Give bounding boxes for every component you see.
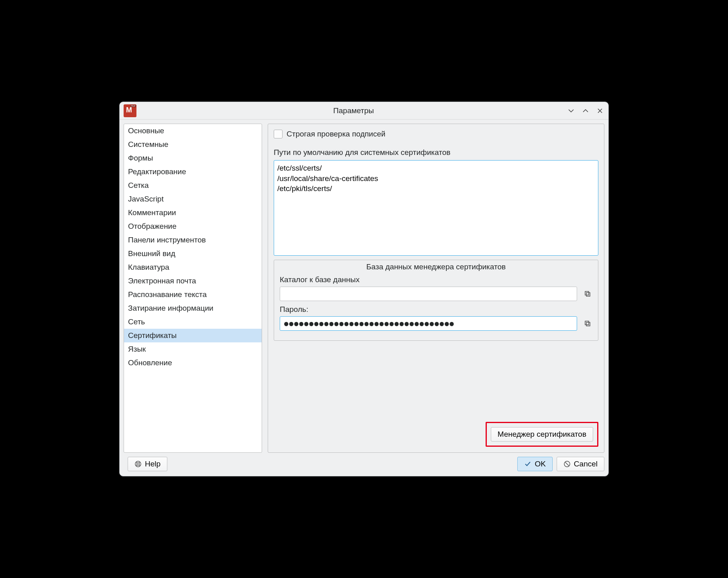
window-title: Параметры	[140, 106, 567, 115]
sidebar-item[interactable]: Редактирование	[124, 165, 262, 179]
svg-rect-2	[585, 321, 589, 325]
maximize-button[interactable]	[581, 106, 590, 115]
help-icon	[134, 460, 142, 468]
cert-paths-input[interactable]	[274, 160, 598, 256]
chevron-up-icon	[582, 108, 589, 114]
db-dir-copy-button[interactable]	[583, 289, 592, 299]
cancel-button[interactable]: Cancel	[557, 457, 604, 471]
dialog-footer: Help OK Cancel	[120, 457, 608, 476]
sidebar-item[interactable]: Электронная почта	[124, 274, 262, 288]
check-icon	[524, 460, 531, 468]
strict-check-row: Строгая проверка подписей	[274, 130, 598, 138]
cert-paths-label: Пути по умолчанию для системных сертифик…	[274, 148, 598, 157]
cert-db-group-title: База данных менеджера сертификатов	[280, 263, 592, 271]
cert-manager-highlight: Менеджер сертификатов	[486, 422, 598, 447]
help-button[interactable]: Help	[128, 457, 167, 471]
app-icon	[124, 104, 136, 117]
sidebar-item[interactable]: Сертификаты	[124, 329, 262, 342]
sidebar-item[interactable]: Панели инструментов	[124, 233, 262, 247]
sidebar-item[interactable]: Обновление	[124, 356, 262, 370]
cancel-button-label: Cancel	[574, 460, 598, 468]
password-copy-button[interactable]	[583, 319, 592, 328]
sidebar-item[interactable]: Клавиатура	[124, 261, 262, 274]
cert-manager-button[interactable]: Менеджер сертификатов	[491, 427, 593, 442]
ok-button-label: OK	[535, 460, 545, 468]
svg-point-5	[137, 463, 139, 465]
sidebar-item[interactable]: Внешний вид	[124, 247, 262, 261]
ok-button[interactable]: OK	[517, 457, 552, 471]
sidebar-item[interactable]: Отображение	[124, 220, 262, 233]
close-button[interactable]	[596, 106, 604, 115]
copy-icon	[584, 320, 591, 327]
strict-check-checkbox[interactable]	[274, 130, 283, 138]
svg-rect-3	[586, 322, 590, 326]
sidebar-item[interactable]: Распознавание текста	[124, 288, 262, 301]
svg-rect-0	[585, 291, 589, 295]
db-dir-row	[280, 287, 592, 301]
window-controls	[567, 106, 604, 115]
db-dir-input[interactable]	[280, 287, 577, 301]
help-button-label: Help	[145, 460, 161, 468]
db-dir-label: Каталог к базе данных	[280, 275, 592, 284]
sidebar-item[interactable]: Сетка	[124, 179, 262, 192]
cert-db-group: База данных менеджера сертификатов Катал…	[274, 260, 598, 341]
category-sidebar[interactable]: ОсновныеСистемныеФормыРедактированиеСетк…	[124, 124, 262, 453]
svg-rect-1	[586, 293, 590, 296]
sidebar-item[interactable]: Основные	[124, 124, 262, 138]
sidebar-item[interactable]: JavaScript	[124, 192, 262, 206]
sidebar-item[interactable]: Комментарии	[124, 206, 262, 220]
password-row: ●●●●●●●●●●●●●●●●●●●●●●●●●●●●●●●●●●	[280, 316, 592, 331]
certificates-panel: Строгая проверка подписей Пути по умолча…	[268, 124, 604, 453]
body: ОсновныеСистемныеФормыРедактированиеСетк…	[120, 120, 608, 457]
settings-window: Параметры ОсновныеСистемныеФормыРедактир…	[119, 102, 609, 476]
sidebar-item[interactable]: Сеть	[124, 315, 262, 329]
sidebar-item[interactable]: Формы	[124, 151, 262, 165]
copy-icon	[584, 290, 591, 297]
sidebar-item[interactable]: Затирание информации	[124, 301, 262, 315]
sidebar-item[interactable]: Системные	[124, 138, 262, 151]
sidebar-item[interactable]: Язык	[124, 342, 262, 356]
titlebar: Параметры	[120, 102, 608, 120]
password-label: Пароль:	[280, 305, 592, 314]
password-input[interactable]: ●●●●●●●●●●●●●●●●●●●●●●●●●●●●●●●●●●	[280, 316, 577, 331]
cancel-icon	[563, 460, 571, 468]
close-icon	[597, 108, 603, 114]
chevron-down-icon	[568, 108, 574, 114]
strict-check-label: Строгая проверка подписей	[287, 130, 385, 138]
minimize-button[interactable]	[567, 106, 575, 115]
